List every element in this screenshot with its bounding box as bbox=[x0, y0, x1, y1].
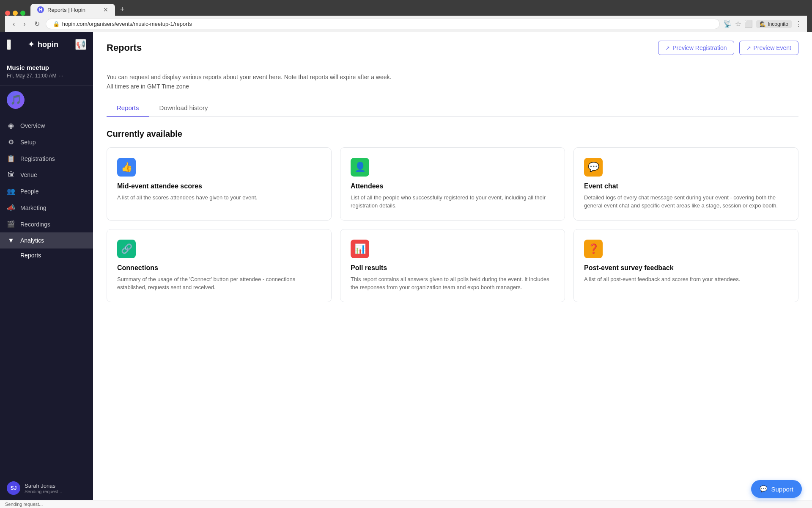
main-header: Reports ↗ Preview Registration ↗ Preview… bbox=[93, 32, 812, 62]
card-event-chat[interactable]: 💬 Event chat Detailed logs of every chat… bbox=[573, 147, 798, 221]
incognito-label: Incognito bbox=[768, 21, 788, 27]
event-avatar: 🎵 bbox=[7, 91, 25, 109]
poll-results-icon: 📊 bbox=[351, 240, 369, 258]
support-icon: 💬 bbox=[760, 485, 768, 493]
thumbs-up-icon: 👍 bbox=[121, 162, 132, 173]
mid-event-scores-icon: 👍 bbox=[117, 158, 136, 177]
traffic-light-red[interactable] bbox=[5, 11, 10, 16]
question-icon: ❓ bbox=[588, 243, 599, 254]
incognito-badge: 🕵 Incognito bbox=[756, 20, 792, 28]
card-title-event-chat: Event chat bbox=[584, 182, 788, 190]
user-info: Sarah Jonas Sending request... bbox=[25, 483, 62, 494]
logo-text: hopin bbox=[38, 40, 58, 49]
sidebar: ‹ ✦ hopin 📢 Music meetup Fri, May 27, 11… bbox=[0, 32, 93, 500]
sidebar-item-label-analytics: Analytics bbox=[20, 237, 44, 244]
active-tab[interactable]: H Reports | Hopin ✕ bbox=[30, 4, 115, 16]
menu-button[interactable]: ⋮ bbox=[795, 20, 802, 28]
tab-reports-label: Reports bbox=[117, 104, 139, 111]
sidebar-item-registrations[interactable]: 📋 Registrations bbox=[0, 150, 93, 167]
announce-button[interactable]: 📢 bbox=[75, 39, 86, 50]
bar-chart-icon: 📊 bbox=[354, 243, 366, 254]
card-desc-post-event-survey: A list of all post-event feedback and sc… bbox=[584, 275, 788, 284]
person-icon: 👤 bbox=[354, 162, 366, 173]
user-avatar: SJ bbox=[7, 481, 20, 495]
traffic-light-yellow[interactable] bbox=[13, 11, 18, 16]
tab-download-history[interactable]: Download history bbox=[149, 100, 218, 117]
tab-reports[interactable]: Reports bbox=[107, 100, 149, 117]
card-post-event-survey[interactable]: ❓ Post-event survey feedback A list of a… bbox=[573, 229, 798, 302]
event-date-text: Fri, May 27, 11:00 AM bbox=[7, 73, 56, 79]
sidebar-item-label-reports: Reports bbox=[20, 252, 41, 259]
preview-event-label: Preview Event bbox=[754, 44, 791, 51]
card-poll-results[interactable]: 📊 Poll results This report contains all … bbox=[340, 229, 565, 302]
user-initials: SJ bbox=[11, 485, 17, 491]
support-label: Support bbox=[771, 486, 793, 493]
main-content-area: Reports ↗ Preview Registration ↗ Preview… bbox=[93, 32, 812, 500]
setup-icon: ⚙ bbox=[7, 138, 15, 146]
sidebar-item-people[interactable]: 👥 People bbox=[0, 183, 93, 199]
people-icon: 👥 bbox=[7, 187, 15, 195]
recordings-icon: 🎬 bbox=[7, 220, 15, 228]
cast-button[interactable]: 📡 bbox=[723, 20, 732, 28]
sidebar-item-label-marketing: Marketing bbox=[20, 204, 46, 211]
card-desc-mid-event-scores: A list of all the scores attendees have … bbox=[117, 193, 321, 202]
status-text-bar: Sending request... bbox=[5, 502, 43, 507]
sidebar-item-label-registrations: Registrations bbox=[20, 155, 55, 162]
hopin-logo: ✦ hopin bbox=[28, 40, 58, 49]
refresh-button[interactable]: ↻ bbox=[32, 18, 42, 30]
sidebar-item-venue[interactable]: 🏛 Venue bbox=[0, 167, 93, 183]
event-more-button[interactable]: ··· bbox=[59, 73, 63, 79]
address-bar[interactable]: 🔒 hopin.com/organisers/events/music-meet… bbox=[46, 19, 720, 29]
url-text: hopin.com/organisers/events/music-meetup… bbox=[62, 21, 192, 27]
browser-chrome: H Reports | Hopin ✕ + ‹ › ↻ 🔒 hopin.com/… bbox=[0, 0, 812, 32]
sidebar-item-analytics[interactable]: ▼ Analytics bbox=[0, 232, 93, 248]
sidebar-item-label-venue: Venue bbox=[20, 171, 37, 178]
connections-icon: 🔗 bbox=[117, 240, 136, 258]
sidebar-item-label-people: People bbox=[20, 188, 39, 195]
preview-registration-button[interactable]: ↗ Preview Registration bbox=[658, 41, 734, 55]
traffic-light-green[interactable] bbox=[20, 11, 25, 16]
sidebar-item-recordings[interactable]: 🎬 Recordings bbox=[0, 216, 93, 232]
sidebar-item-marketing[interactable]: 📣 Marketing bbox=[0, 199, 93, 216]
sidebar-item-reports[interactable]: Reports bbox=[0, 248, 93, 262]
overview-icon: ◉ bbox=[7, 121, 15, 130]
card-title-mid-event-scores: Mid-event attendee scores bbox=[117, 182, 321, 190]
card-title-connections: Connections bbox=[117, 264, 321, 272]
link-icon: 🔗 bbox=[121, 243, 132, 254]
support-button[interactable]: 💬 Support bbox=[751, 480, 802, 498]
registrations-icon: 📋 bbox=[7, 155, 15, 163]
cards-grid: 👍 Mid-event attendee scores A list of al… bbox=[107, 147, 798, 302]
main-body: You can request and display various repo… bbox=[93, 62, 812, 312]
card-connections[interactable]: 🔗 Connections Summary of the usage of th… bbox=[107, 229, 332, 302]
tab-title: Reports | Hopin bbox=[47, 7, 85, 13]
tabs-bar: Reports Download history bbox=[107, 100, 798, 117]
event-avatar-section: 🎵 bbox=[0, 86, 93, 114]
card-attendees[interactable]: 👤 Attendees List of all the people who s… bbox=[340, 147, 565, 221]
extensions-button[interactable]: ⬜ bbox=[744, 20, 753, 28]
logo-icon: ✦ bbox=[28, 40, 34, 49]
card-mid-event-scores[interactable]: 👍 Mid-event attendee scores A list of al… bbox=[107, 147, 332, 221]
status-text: Sending request... bbox=[25, 489, 62, 494]
tab-favicon: H bbox=[37, 6, 44, 13]
tab-close-button[interactable]: ✕ bbox=[103, 6, 108, 13]
header-actions: ↗ Preview Registration ↗ Preview Event bbox=[658, 41, 798, 55]
event-info: Music meetup Fri, May 27, 11:00 AM ··· bbox=[0, 57, 93, 86]
preview-event-button[interactable]: ↗ Preview Event bbox=[739, 41, 798, 55]
chat-icon: 💬 bbox=[588, 162, 599, 173]
event-name: Music meetup bbox=[7, 64, 86, 71]
card-desc-event-chat: Detailed logs of every chat message sent… bbox=[584, 193, 788, 210]
forward-button[interactable]: › bbox=[21, 19, 28, 30]
new-tab-button[interactable]: + bbox=[117, 3, 128, 16]
sidebar-back-button[interactable]: ‹ bbox=[7, 39, 11, 50]
marketing-icon: 📣 bbox=[7, 204, 15, 212]
sidebar-item-overview[interactable]: ◉ Overview bbox=[0, 117, 93, 134]
sidebar-item-setup[interactable]: ⚙ Setup bbox=[0, 134, 93, 150]
bookmark-button[interactable]: ☆ bbox=[735, 20, 741, 28]
description-block: You can request and display various repo… bbox=[107, 72, 798, 91]
external-link-icon: ↗ bbox=[665, 45, 670, 51]
external-link-icon-2: ↗ bbox=[746, 45, 751, 51]
description-line1: You can request and display various repo… bbox=[107, 72, 798, 82]
card-title-attendees: Attendees bbox=[351, 182, 554, 190]
incognito-icon: 🕵 bbox=[760, 21, 766, 27]
back-button[interactable]: ‹ bbox=[10, 19, 17, 30]
